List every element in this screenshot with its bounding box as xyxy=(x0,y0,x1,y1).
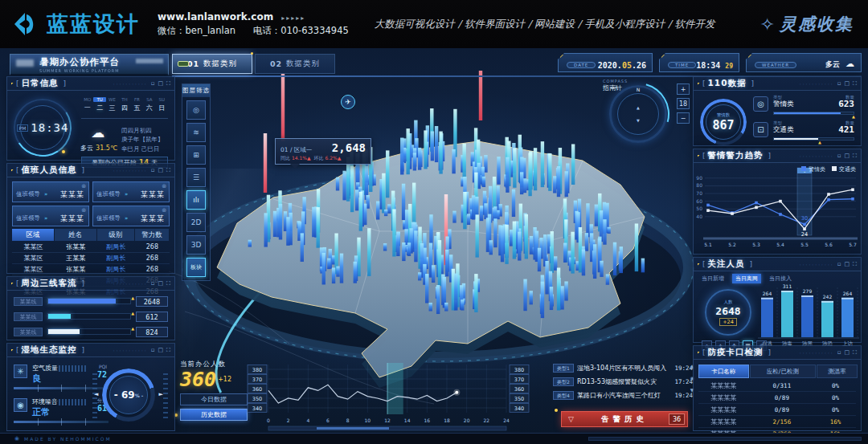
brand-logo[interactable]: 蓝蓝设计 xyxy=(11,10,140,39)
close-icon[interactable]: ⊗ xyxy=(81,183,86,189)
window-icon[interactable]: □ xyxy=(158,167,163,173)
duty-leader-card[interactable]: 值班领导 »⊗某某某 xyxy=(12,206,89,226)
table-row[interactable]: 某某区王某某副局长268 xyxy=(12,253,170,264)
close-icon[interactable]: ⊗ xyxy=(162,207,166,214)
lunar-calendar: 闰四月初四庚子年【鼠年】辛巳月 己巳日 xyxy=(121,126,170,153)
expand-icon[interactable]: ⛶ xyxy=(166,80,170,87)
platform-title-plate: 暑期办公协作平台 SUMMER WORKING PLATFORM xyxy=(10,54,169,75)
expand-icon[interactable]: ⛶ xyxy=(853,153,857,159)
wechat-id: ben_lanlan xyxy=(186,25,235,36)
flow-value: 612 xyxy=(136,312,168,322)
alert-text: 湿地3-104片区有不明人员闯入 xyxy=(577,364,671,373)
camera-icon: ◎ xyxy=(193,106,199,114)
minimize-icon[interactable]: ▫ xyxy=(151,167,155,173)
yoy-value: 14.1%▲ xyxy=(292,155,311,161)
signal-layer-button[interactable]: ≋ xyxy=(186,123,206,142)
expand-icon[interactable]: ⛶ xyxy=(853,349,857,356)
svg-text:16: 16 xyxy=(424,418,431,423)
zoom-out-button[interactable]: − xyxy=(677,112,690,124)
office-trend-chart[interactable]: 3803803703703603603503503403400246810121… xyxy=(246,360,530,434)
plane-marker-icon[interactable]: ✈ xyxy=(341,95,355,109)
table-row[interactable]: 某某某某2/15616% xyxy=(698,416,856,428)
duty-leader-card[interactable]: 值班领导 »⊗某某某 xyxy=(92,206,170,226)
minimize-icon[interactable]: ▫ xyxy=(837,153,841,159)
window-icon[interactable]: □ xyxy=(844,80,850,87)
alert-item[interactable]: 类型4 某路口有小汽车连闯三个红灯 19:24 xyxy=(553,389,693,402)
svg-text:279: 279 xyxy=(803,288,813,294)
date-label: DATE xyxy=(567,62,596,68)
tab1-label: 数据类别 xyxy=(203,59,237,69)
window-icon[interactable]: □ xyxy=(158,80,163,87)
expand-icon[interactable]: ⛶ xyxy=(166,167,170,173)
bar-chart-layer-button[interactable]: ılı xyxy=(186,190,206,210)
alert-history-button[interactable]: ▽ 告警历史 36 xyxy=(561,411,688,427)
today-data-button[interactable]: 今日数据 xyxy=(180,393,248,405)
duty-leader-card[interactable]: 值班领导 »⊗某某某 xyxy=(92,181,170,202)
tab-data-category-2[interactable]: 02 数据类别 xyxy=(255,54,335,74)
svg-text:2: 2 xyxy=(287,418,290,423)
office-delta: +12 xyxy=(218,376,231,383)
table-row[interactable]: 某某某某0/3110% xyxy=(698,380,856,392)
gauge-right-arrow[interactable]: ► xyxy=(159,391,163,397)
minimize-icon[interactable]: ▫ xyxy=(151,347,155,353)
tab-daily-offline[interactable]: 当日离网 xyxy=(732,274,761,283)
tab-data-category-1[interactable]: 01 数据类别 xyxy=(172,54,252,74)
grid-layer-button[interactable]: ⊞ xyxy=(186,145,206,165)
2d-layer-button[interactable]: 2D xyxy=(186,213,206,232)
window-icon[interactable]: □ xyxy=(158,280,163,287)
blocks-icon: 板块 xyxy=(190,263,202,271)
arrows-decoration: ▸▸▸▸▸ xyxy=(281,14,305,22)
expand-icon[interactable]: ⛶ xyxy=(166,280,170,287)
chevron-up-icon[interactable]: ▲ xyxy=(637,105,640,110)
table-row[interactable]: 某某区张某某副局长268 xyxy=(12,264,170,275)
panel-title: 周边三线客流 xyxy=(22,278,77,289)
analog-clock: PM18:34 xyxy=(14,99,72,157)
minimize-icon[interactable]: ▫ xyxy=(837,80,841,87)
noise-slider[interactable] xyxy=(14,421,108,423)
tab-checkpoint-name[interactable]: 卡口名称 xyxy=(698,365,749,378)
table-row[interactable]: 某某某某0/890% xyxy=(698,392,856,404)
expand-icon[interactable]: ⛶ xyxy=(853,80,857,87)
checkpoint-header: 卡口名称应检/已检测测温率 xyxy=(698,365,856,377)
camera-layer-button[interactable]: ◎ xyxy=(186,100,206,120)
expand-icon[interactable]: ⛶ xyxy=(853,261,857,267)
gauge-value: - 69 xyxy=(114,389,135,401)
alert-item[interactable]: 类型2 RD13-53烟感报警疑似火灾 17:24 xyxy=(553,375,693,389)
3d-layer-button[interactable]: 3D xyxy=(186,235,206,255)
svg-text:5.7: 5.7 xyxy=(849,242,857,247)
inspiration-collect[interactable]: ✧ 灵感收集 xyxy=(760,13,854,35)
alert-history-count: 36 xyxy=(669,413,685,425)
duty-leader-card[interactable]: 值班领导 »⊗某某某 xyxy=(12,181,89,202)
history-data-button[interactable]: 历史数据 xyxy=(180,409,248,421)
window-icon[interactable]: □ xyxy=(844,349,850,356)
svg-text:370: 370 xyxy=(252,377,262,383)
table-row[interactable]: 某某某某0/890% xyxy=(698,404,856,416)
gauge-left-arrow[interactable]: ◄ xyxy=(94,391,98,397)
minimize-icon[interactable]: ▫ xyxy=(837,349,841,356)
zoom-in-button[interactable]: + xyxy=(677,84,690,95)
minimize-icon[interactable]: ▫ xyxy=(151,80,155,87)
minimize-icon[interactable]: ▫ xyxy=(837,261,841,267)
trend-line-chart[interactable]: 908070605040⌄30245.15.25.35.45.55.65.7 xyxy=(694,163,859,251)
tab-daily-new[interactable]: 当日新增 xyxy=(698,274,727,283)
minimize-icon[interactable]: ▫ xyxy=(151,280,155,287)
svg-text:24: 24 xyxy=(503,418,510,423)
panel-focus-persons: [关注人员]···········▫□⛶ 当日新增 当日离网 当日接入 人数 2… xyxy=(693,257,862,343)
window-icon[interactable]: □ xyxy=(844,261,850,267)
close-icon[interactable]: ⊗ xyxy=(162,183,166,189)
window-icon[interactable]: □ xyxy=(158,347,163,353)
footer-scrollbar[interactable] xyxy=(588,437,862,441)
contact-block: www.lanlanwork.com▸▸▸▸▸ 微信：ben_lanlan 电话… xyxy=(158,10,349,38)
svg-text:18: 18 xyxy=(444,418,450,423)
close-icon[interactable]: ⊗ xyxy=(81,207,86,214)
site-url[interactable]: www.lanlanwork.com xyxy=(158,11,273,22)
focus-bar-chart[interactable]: 264在逃311涉毒279涉黑242涉恐264上访 xyxy=(758,281,859,350)
blocks-layer-button[interactable]: 板块 xyxy=(186,258,206,277)
window-icon[interactable]: □ xyxy=(844,153,850,159)
panel-daily-info: [日常信息]···········▫□⛶ PM18:34 MOTUWETHFRS… xyxy=(6,76,175,161)
table-row[interactable]: 某某区张某某副局长268 xyxy=(12,242,170,253)
chevron-down-icon[interactable]: ▼ xyxy=(637,118,640,123)
list-layer-button[interactable]: ☰ xyxy=(186,168,206,187)
expand-icon[interactable]: ⛶ xyxy=(166,347,170,353)
alert-item[interactable]: 类型1 湿地3-104片区有不明人员闯入 19:24 xyxy=(553,361,693,375)
